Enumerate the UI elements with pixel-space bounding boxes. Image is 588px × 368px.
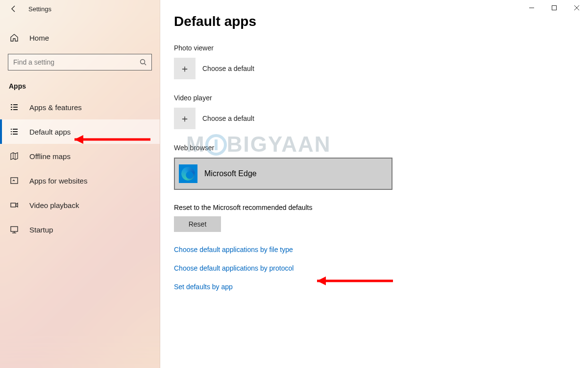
home-icon (10, 33, 19, 42)
link-protocol[interactable]: Choose default applications by protocol (174, 264, 588, 272)
sidebar-item-label: Offline maps (29, 152, 71, 161)
sidebar-item-default-apps[interactable]: Default apps (0, 119, 160, 144)
svg-line-1 (145, 64, 147, 66)
search-input[interactable] (13, 58, 140, 66)
search-box[interactable] (8, 54, 152, 70)
sidebar-item-apps-features[interactable]: Apps & features (0, 95, 160, 119)
category-photo-viewer-title: Photo viewer (174, 44, 588, 52)
web-browser-choice: Microsoft Edge (204, 169, 257, 178)
category-video-player-title: Video player (174, 94, 588, 102)
page-title: Default apps (174, 14, 588, 29)
photo-viewer-choice: Choose a default (202, 65, 254, 72)
map-icon (10, 152, 19, 161)
minimize-button[interactable] (520, 0, 543, 16)
svg-rect-9 (11, 131, 12, 132)
svg-rect-2 (11, 104, 12, 105)
sidebar-item-label: Apps & features (29, 103, 82, 112)
video-icon (10, 201, 19, 209)
svg-rect-6 (11, 109, 12, 110)
svg-rect-17 (11, 203, 16, 207)
svg-rect-18 (11, 227, 18, 231)
back-button[interactable] (10, 5, 18, 13)
svg-rect-7 (13, 109, 18, 110)
sidebar-item-label: Apps for websites (29, 177, 87, 185)
sidebar-item-label: Default apps (29, 128, 71, 136)
reset-button[interactable]: Reset (174, 216, 221, 232)
plus-icon: ＋ (174, 108, 196, 129)
maximize-button[interactable] (543, 0, 565, 16)
window-controls (520, 0, 588, 16)
web-browser-chooser[interactable]: Microsoft Edge (174, 158, 392, 190)
sidebar-item-label: Video playback (29, 201, 79, 209)
sidebar-item-video-playback[interactable]: Video playback (0, 193, 160, 217)
svg-point-0 (141, 60, 145, 64)
category-web-browser-title: Web browser (174, 144, 588, 152)
svg-rect-5 (13, 107, 18, 108)
sidebar-item-startup[interactable]: Startup (0, 217, 160, 242)
link-file-type[interactable]: Choose default applications by file type (174, 246, 588, 253)
plus-icon: ＋ (174, 58, 196, 79)
sidebar-item-apps-websites[interactable]: Apps for websites (0, 168, 160, 193)
svg-rect-13 (13, 134, 18, 135)
sidebar-item-label: Startup (29, 226, 53, 234)
home-nav[interactable]: Home (9, 28, 152, 47)
svg-rect-4 (11, 107, 12, 108)
main-pane: Default apps Photo viewer ＋ Choose a def… (160, 0, 588, 368)
sidebar-menu: Apps & features Default apps Offline map… (0, 95, 160, 242)
svg-rect-8 (11, 129, 12, 130)
close-button[interactable] (565, 0, 588, 16)
sidebar-item-offline-maps[interactable]: Offline maps (0, 144, 160, 168)
svg-rect-10 (11, 134, 12, 135)
photo-viewer-chooser[interactable]: ＋ Choose a default (174, 58, 588, 79)
video-player-chooser[interactable]: ＋ Choose a default (174, 108, 588, 129)
defaults-icon (10, 127, 19, 136)
section-title: Apps (9, 82, 160, 90)
titlebar: Settings (0, 0, 160, 18)
video-player-choice: Choose a default (202, 115, 254, 122)
svg-rect-11 (13, 129, 18, 130)
list-icon (10, 103, 19, 112)
edge-icon (179, 164, 197, 183)
svg-rect-3 (13, 104, 18, 105)
sidebar: Settings Home Apps Apps & features Defau… (0, 0, 160, 368)
reset-description: Reset to the Microsoft recommended defau… (174, 204, 588, 211)
link-by-app[interactable]: Set defaults by app (174, 283, 588, 291)
svg-rect-22 (552, 6, 557, 10)
startup-icon (10, 225, 19, 234)
search-icon (140, 59, 147, 66)
home-label: Home (29, 34, 49, 42)
window-title: Settings (28, 5, 51, 13)
svg-rect-12 (13, 131, 18, 132)
web-icon (10, 176, 19, 185)
